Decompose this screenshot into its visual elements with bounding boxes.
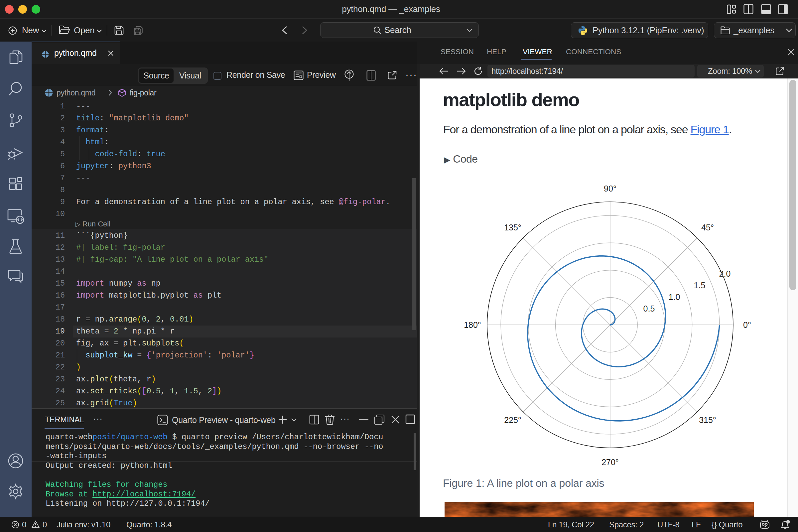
svg-text:180°: 180°: [464, 320, 481, 329]
svg-text:270°: 270°: [602, 457, 619, 467]
svg-text:1.5: 1.5: [694, 281, 706, 290]
svg-text:45°: 45°: [701, 223, 714, 232]
svg-text:0.5: 0.5: [643, 304, 655, 313]
svg-text:225°: 225°: [504, 415, 521, 424]
svg-text:0°: 0°: [743, 320, 751, 329]
svg-text:90°: 90°: [604, 184, 616, 193]
svg-text:1.0: 1.0: [669, 292, 680, 302]
svg-text:135°: 135°: [504, 223, 521, 232]
svg-text:2.0: 2.0: [719, 269, 731, 278]
svg-text:315°: 315°: [699, 415, 716, 424]
